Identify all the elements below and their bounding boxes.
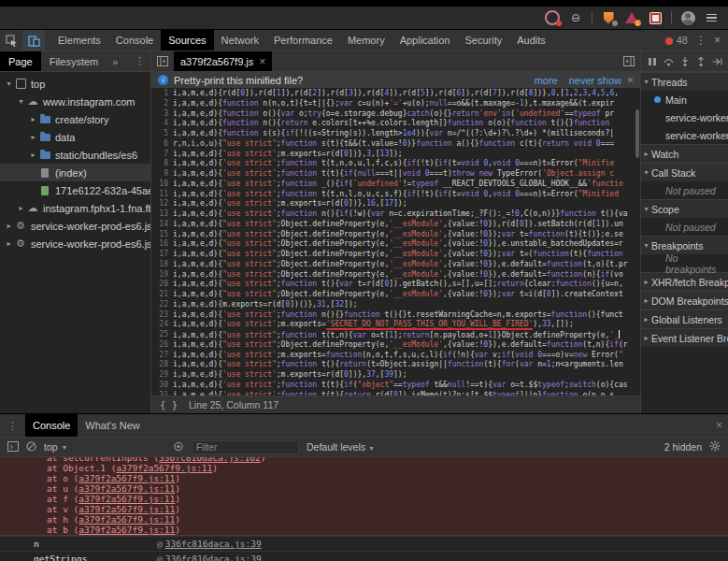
line-number[interactable]: 7 xyxy=(151,150,173,160)
triangle-extension-icon[interactable]: 1 xyxy=(624,10,639,25)
drawer-tab-what-s-new[interactable]: What's New xyxy=(78,414,147,437)
code-line[interactable]: 22i,a,m,e,d){m.exports=r(d[0])()},31,[32… xyxy=(151,300,640,310)
code-line[interactable]: 23i,a,m,e,d){'use strict';function n(){}… xyxy=(151,310,640,321)
code-line-content[interactable]: r,n,i,o,u){"use strict";function s(t){t&… xyxy=(173,139,640,150)
line-number[interactable]: 13 xyxy=(151,209,173,220)
line-number[interactable]: 14 xyxy=(151,220,173,230)
code-line[interactable]: 28i,a,m,e,d){"use strict";function t(){r… xyxy=(151,360,640,370)
step-icon[interactable] xyxy=(712,57,722,66)
line-number[interactable]: 26 xyxy=(151,340,173,351)
file-tab-close-icon[interactable]: × xyxy=(259,55,265,68)
section-header-call-stack[interactable]: ▾Call Stack xyxy=(641,163,728,181)
devtools-tab-memory[interactable]: Memory xyxy=(340,30,393,50)
line-number[interactable]: 20 xyxy=(151,280,173,290)
code-line[interactable]: 11i,a,m,e,d){'use strict';function t(t,n… xyxy=(151,190,640,200)
inspect-element-icon[interactable] xyxy=(0,30,22,50)
boxed-extension-icon[interactable] xyxy=(648,10,663,25)
line-number[interactable]: 5 xyxy=(151,129,173,139)
device-toolbar-icon[interactable] xyxy=(22,30,45,50)
trace-source-link[interactable]: 336fc816daca.js:39 xyxy=(165,539,262,549)
stack-frame-link[interactable]: a379f2a567f9.js:11 xyxy=(79,473,175,483)
line-number[interactable]: 15 xyxy=(151,230,173,240)
code-line-content[interactable]: i,a,m,e,d){r(d[0]),r(d[1]),r(d[2]),r(d[3… xyxy=(173,89,640,99)
code-line-content[interactable]: i,a,m,e,d){'use strict';function t(t){if… xyxy=(173,169,640,180)
live-expression-icon[interactable] xyxy=(173,441,184,453)
line-number[interactable]: 23 xyxy=(151,310,173,321)
shield-extension-icon[interactable] xyxy=(601,10,616,25)
infobar-close-icon[interactable]: × xyxy=(627,74,634,87)
tree-item-service-worker-prod-es6-js[interactable]: ▸⚙service-worker-prod-es6.js xyxy=(0,235,150,252)
code-line-content[interactable]: i,a,m,e,d){"use strict";function t(){ret… xyxy=(173,360,640,370)
code-line[interactable]: 17i,a,m,e,d){"use strict";Object.defineP… xyxy=(151,250,640,260)
tree-item--index-[interactable]: (index) xyxy=(0,164,150,181)
stack-frame-link[interactable]: a379f2a567f9.js:11 xyxy=(116,463,212,473)
console-settings-gear-icon[interactable] xyxy=(709,440,721,453)
infobar-never-show-link[interactable]: never show xyxy=(569,75,621,86)
line-number[interactable]: 11 xyxy=(151,190,173,200)
code-line-content[interactable]: i,a,m,e,d){"use strict";Object.definePro… xyxy=(173,340,640,351)
code-line[interactable]: 27i,a,m,e,d){'use strict';m.exports=func… xyxy=(151,351,640,361)
code-line[interactable]: 14i,a,m,e,d){"use strict";Object.defineP… xyxy=(151,220,640,230)
trace-row[interactable]: n@336fc816daca.js:39 xyxy=(0,536,728,551)
stack-frame-link[interactable]: a379f2a567f9.js:11 xyxy=(79,504,175,514)
code-area[interactable]: 1i,a,m,e,d){r(d[0]),r(d[1]),r(d[2]),r(d[… xyxy=(151,89,640,396)
code-line-content[interactable]: i,a,m,e,d){'use strict';m.exports=r(d[0]… xyxy=(173,150,640,160)
line-number[interactable]: 17 xyxy=(151,250,173,260)
zoom-out-icon[interactable]: ⊖ xyxy=(568,10,583,25)
line-number[interactable]: 29 xyxy=(151,370,173,381)
code-line-content[interactable]: i,a,m,e,d){'use strict';function t(t,n,o… xyxy=(173,159,640,169)
tree-item-www-instagram-com[interactable]: ▾☁www.instagram.com xyxy=(0,93,150,110)
code-line[interactable]: 29i,a,m,e,d){'use strict';m.exports=r(d[… xyxy=(151,370,640,381)
navigator-menu-icon[interactable]: ⋮ xyxy=(129,51,150,71)
thread-item[interactable]: Main xyxy=(641,91,728,108)
thread-item[interactable]: service-worker-pr… xyxy=(641,108,728,126)
code-line-content[interactable]: i,a,m,e,d){"use strict";Object.definePro… xyxy=(173,260,640,270)
trace-row[interactable]: getStrings@336fc816daca.js:39 xyxy=(0,551,728,561)
code-line[interactable]: 15i,a,m,e,d){"use strict";Object.defineP… xyxy=(151,230,640,240)
line-number[interactable]: 2 xyxy=(151,99,173,109)
line-number[interactable]: 1 xyxy=(151,89,173,99)
devtools-tab-security[interactable]: Security xyxy=(457,30,509,50)
code-line-content[interactable]: i,a,m,e,d){'use strict';function _(){if(… xyxy=(173,180,640,190)
stack-frame-link[interactable]: a379f2a567f9.js:11 xyxy=(79,514,175,525)
devtools-close-icon[interactable]: × xyxy=(714,34,721,47)
code-line[interactable]: 12i,a,m,e,d){'use strict';m.exports=r(d[… xyxy=(151,199,640,209)
code-line-content[interactable]: i,a,m,e,d){'use strict';m.exports=r(d[0]… xyxy=(173,370,640,381)
tree-item-top[interactable]: ▾top xyxy=(0,75,150,93)
code-line[interactable]: 13i,a,m,e,d){'use strict';function n(){i… xyxy=(151,209,640,220)
browser-menu-icon[interactable] xyxy=(704,10,719,25)
devtools-tab-audits[interactable]: Audits xyxy=(509,30,553,50)
stack-frame-link[interactable]: 336fc816daca.js:162 xyxy=(159,457,261,463)
step-into-icon[interactable] xyxy=(680,57,690,66)
devtools-tab-application[interactable]: Application xyxy=(393,30,458,50)
line-number[interactable]: 8 xyxy=(151,159,173,169)
code-line-content[interactable]: i,a,m,e,d){'use strict';function t(t,n,l… xyxy=(173,190,640,200)
line-number[interactable]: 21 xyxy=(151,290,173,300)
log-levels-dropdown[interactable]: Default levels ▼ xyxy=(307,441,375,453)
code-line-content[interactable]: i,a,m,e,d){"use strict";Object.definePro… xyxy=(173,270,640,280)
code-line-content[interactable]: i,a,m,e,d){function n(){return e.colors[… xyxy=(173,119,640,129)
code-line[interactable]: 1i,a,m,e,d){r(d[0]),r(d[1]),r(d[2]),r(d[… xyxy=(151,89,640,99)
clear-console-icon[interactable] xyxy=(26,441,36,453)
console-sidebar-icon[interactable] xyxy=(7,441,19,453)
section-header-watch[interactable]: ▸Watch xyxy=(641,144,728,163)
code-line-content[interactable]: i,a,m,e,d){function s(s){if(!((s=String(… xyxy=(173,129,640,139)
code-line[interactable]: 21i,a,m,e,d){"use strict";Object.defineP… xyxy=(151,290,640,300)
devtools-tab-sources[interactable]: Sources xyxy=(161,30,213,50)
devtools-tab-performance[interactable]: Performance xyxy=(266,30,340,50)
code-line-content[interactable]: i,a,m,e,d){'use strict';function t(t){if… xyxy=(173,381,640,391)
code-line[interactable]: 8i,a,m,e,d){'use strict';function t(t,n,… xyxy=(151,159,640,169)
scrollbar-thumb[interactable] xyxy=(635,109,639,158)
drawer-tab-console[interactable]: Console xyxy=(25,414,78,437)
code-line[interactable]: 6r,n,i,o,u){"use strict";function s(t){t… xyxy=(151,139,640,150)
code-line-content[interactable]: i,a,m,e,d){"use strict";Object.definePro… xyxy=(173,290,640,300)
pretty-print-icon[interactable]: { } xyxy=(160,399,178,410)
tree-item-data[interactable]: ▸data xyxy=(0,128,150,146)
code-line-content[interactable]: i,a,m,e,d){m.exports=r(d[0])()},31,[32])… xyxy=(173,300,640,310)
code-line-content[interactable]: i,a,m,e,d){"use strict";Object.definePro… xyxy=(173,220,640,230)
code-line[interactable]: 25i,a,m,e,d){"use strict";function t(t,n… xyxy=(151,330,640,340)
code-line-content[interactable]: i,a,m,e,d){"use strict";Object.definePro… xyxy=(173,239,640,250)
tree-item-static-bundles-es6[interactable]: ▸static/bundles/es6 xyxy=(0,146,150,164)
tab-page[interactable]: Page xyxy=(0,51,41,71)
section-header-dom-breakpoints[interactable]: ▸DOM Breakpoints xyxy=(641,291,728,309)
